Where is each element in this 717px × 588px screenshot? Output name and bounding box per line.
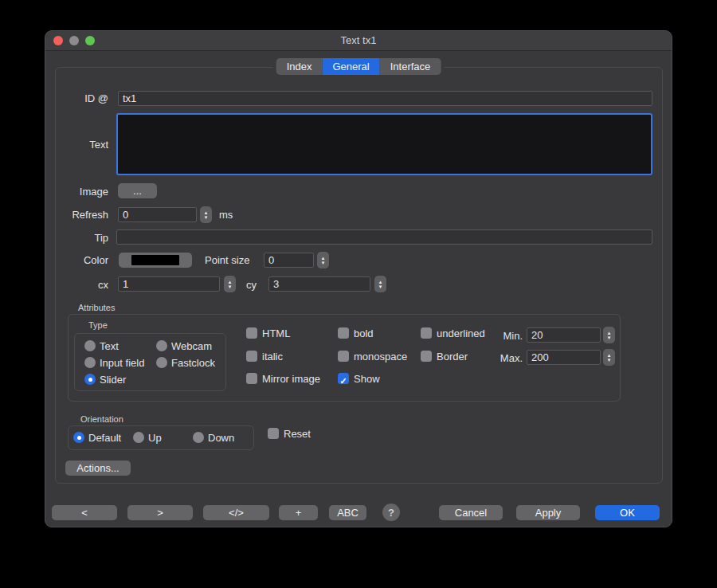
tip-label: Tip [45,230,108,245]
checkbox-underlined[interactable] [421,327,432,339]
radio-type-input-field[interactable] [84,357,96,368]
checkbox-reset-label: Reset [284,426,323,441]
radio-type-fastclock[interactable] [156,357,167,368]
window-title: Text tx1 [45,31,672,50]
check-icon: ✓ [339,376,347,386]
checkbox-italic-label: italic [262,349,334,364]
radio-type-text-label: Text [100,339,155,354]
orientation-group-label: Orientation [80,414,123,424]
checkbox-mirror-image-label: Mirror image [262,371,338,386]
checkbox-show[interactable]: ✓ [338,373,349,384]
color-well-button[interactable] [119,253,192,268]
radio-type-slider-label: Slider [100,372,155,387]
title-bar: Text tx1 [45,31,672,51]
prev-button[interactable]: < [52,505,117,520]
point-size-stepper[interactable]: ▴ ▾ [317,252,329,269]
radio-orientation-up[interactable] [133,432,144,443]
add-button[interactable]: + [279,505,318,520]
id-label: ID @ [45,91,108,106]
help-button[interactable]: ? [382,504,400,521]
image-label: Image [45,184,108,199]
radio-type-text[interactable] [84,340,96,351]
color-swatch [131,255,179,265]
checkbox-show-label: Show [354,371,425,386]
checkbox-italic[interactable] [246,351,257,362]
stepper-down-icon[interactable]: ▾ [205,215,208,220]
radio-type-fastclock-label: Fastclock [171,355,227,370]
checkbox-border[interactable] [421,351,432,362]
cy-label: cy [246,277,265,292]
abc-button[interactable]: ABC [329,505,366,520]
text-label: Text [45,137,108,152]
radio-orientation-default-label: Default [88,430,132,445]
checkbox-bold-label: bold [354,326,425,341]
tip-input[interactable] [116,229,652,245]
min-label: Min. [492,328,523,343]
type-group-label: Type [88,320,108,330]
stepper-down-icon[interactable]: ▾ [322,261,325,265]
radio-orientation-down[interactable] [193,432,204,443]
point-size-label: Point size [205,253,261,268]
refresh-input[interactable] [118,207,197,222]
refresh-unit-label: ms [219,207,251,222]
tab-interface[interactable]: Interface [380,58,441,75]
radio-type-webcam[interactable] [156,340,167,351]
cx-input[interactable] [118,276,220,292]
attributes-group-label: Attributes [78,303,115,312]
apply-button[interactable]: Apply [516,505,580,520]
checkbox-monospace[interactable] [338,351,349,362]
stepper-down-icon[interactable]: ▾ [229,284,232,289]
checkbox-bold[interactable] [338,327,349,339]
dialog-window: Text tx1 Index General Interface ID @ Te… [45,30,672,527]
tab-index[interactable]: Index [276,58,323,75]
tab-general[interactable]: General [322,58,379,75]
checkbox-mirror-image[interactable] [246,373,257,384]
min-input[interactable] [527,327,601,343]
stepper-down-icon[interactable]: ▾ [608,358,611,363]
stepper-down-icon[interactable]: ▾ [608,335,611,340]
checkbox-monospace-label: monospace [354,349,425,364]
color-label: Color [45,253,108,268]
cx-label: cx [45,277,108,292]
refresh-label: Refresh [45,207,108,222]
cy-stepper[interactable]: ▴ ▾ [374,276,386,292]
text-textarea[interactable] [116,113,652,175]
image-browse-button[interactable]: ... [118,183,157,198]
cy-input[interactable] [268,276,370,292]
next-button[interactable]: > [127,505,193,520]
radio-orientation-down-label: Down [208,430,248,445]
cx-stepper[interactable]: ▴ ▾ [224,276,236,292]
radio-orientation-default[interactable] [73,432,84,443]
ok-button[interactable]: OK [595,505,660,520]
radio-type-input-field-label: Input field [100,355,157,370]
actions-button[interactable]: Actions... [65,461,131,476]
point-size-input[interactable] [264,253,314,268]
cancel-button[interactable]: Cancel [439,505,503,520]
checkbox-html-label: HTML [262,326,334,341]
code-button[interactable]: </> [203,505,269,520]
radio-type-slider[interactable] [84,374,96,385]
radio-orientation-up-label: Up [148,430,180,445]
max-label: Max. [492,351,523,366]
radio-type-webcam-label: Webcam [171,339,227,354]
id-input[interactable] [118,91,652,106]
max-input[interactable] [527,350,601,365]
stepper-down-icon[interactable]: ▾ [379,284,382,289]
max-stepper[interactable]: ▴ ▾ [603,349,615,366]
refresh-stepper[interactable]: ▴ ▾ [200,206,212,223]
checkbox-reset[interactable] [268,428,279,439]
min-stepper[interactable]: ▴ ▾ [603,327,615,343]
checkbox-html[interactable] [246,327,257,339]
tab-bar: Index General Interface [273,58,445,75]
